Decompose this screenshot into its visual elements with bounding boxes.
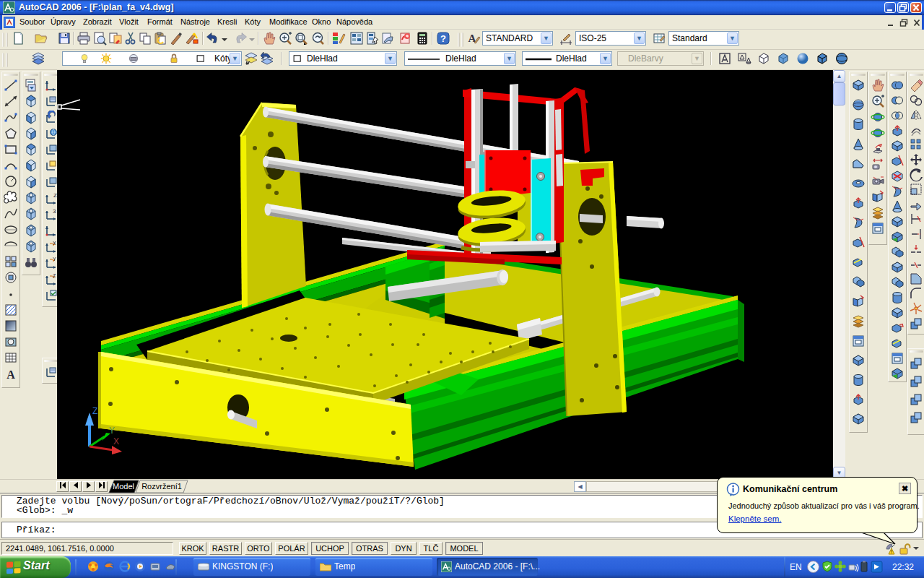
svg-text:Model: Model: [113, 482, 134, 491]
svg-text:!: !: [891, 549, 892, 554]
svg-text:Rozvržení1: Rozvržení1: [141, 482, 182, 491]
svg-text:X: X: [113, 436, 119, 447]
svg-text:Y: Y: [109, 426, 115, 436]
svg-text:Z: Z: [92, 406, 97, 416]
